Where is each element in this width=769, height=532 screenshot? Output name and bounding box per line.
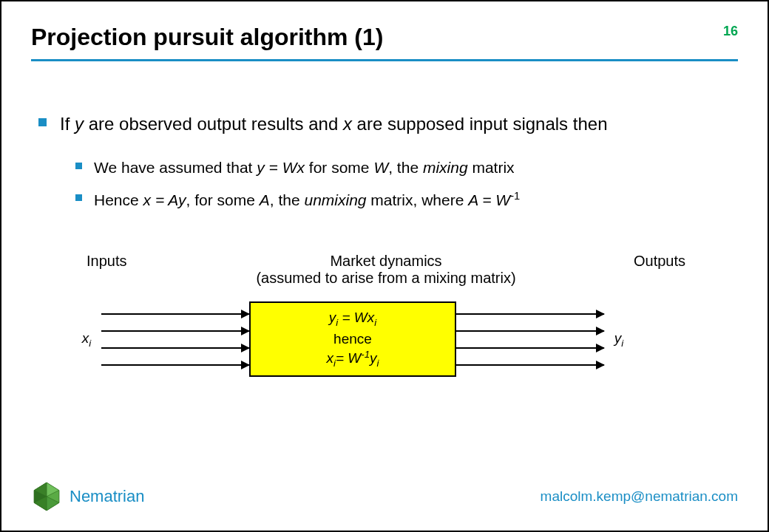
text-run: are observed output results and <box>84 114 343 134</box>
superscript: -1 <box>361 349 370 360</box>
slide-title: Projection pursuit algorithm (1) <box>31 24 738 51</box>
title-rule <box>31 59 738 61</box>
brand-name: Nematrian <box>70 487 144 506</box>
mid-label-line1: Market dynamics <box>190 253 582 270</box>
text-run: Hence <box>94 191 143 208</box>
text-run: , the <box>270 191 305 208</box>
arrow-icon <box>456 330 604 332</box>
box-hence: hence <box>333 330 372 349</box>
arrow-icon <box>456 347 604 349</box>
arrow-icon <box>101 364 249 366</box>
diagram: Inputs Market dynamics (assumed to arise… <box>72 253 700 377</box>
var-A: A <box>260 191 270 208</box>
equation: A = W <box>468 191 510 208</box>
bullet1-text: If y are observed output results and x a… <box>60 112 607 135</box>
subscript: i <box>621 337 623 348</box>
arrow-icon <box>101 347 249 349</box>
term-unmixing: unmixing <box>304 191 366 208</box>
input-variable: xi <box>72 330 101 349</box>
subscript: i <box>377 358 379 369</box>
diagram-row: xi yi = Wxi hence xi= W-1yi <box>72 301 700 377</box>
bullet-level2: We have assumed that y = Wx for some W, … <box>75 157 731 177</box>
var-W: W <box>373 159 388 176</box>
var-x: x <box>343 114 352 134</box>
slide: Projection pursuit algorithm (1) 16 If y… <box>0 0 769 532</box>
var-y: y <box>329 310 336 325</box>
bullet3-text: Hence x = Ay, for some A, the unmixing m… <box>94 189 520 210</box>
mid-label: Market dynamics (assumed to arise from a… <box>190 253 582 287</box>
subscript: i <box>374 317 376 328</box>
box-equation-1: yi = Wxi <box>329 308 377 330</box>
text-run: , for some <box>186 191 260 208</box>
var-y: y <box>614 330 622 346</box>
text-run: = W <box>336 350 361 366</box>
arrow-icon <box>456 313 604 315</box>
text-run: -1 <box>510 190 520 202</box>
logo-icon <box>31 481 62 512</box>
text-run: We have assumed that <box>94 159 257 176</box>
brand: Nematrian <box>31 481 144 512</box>
text-run: = Wx <box>338 310 374 325</box>
bullet-level2: Hence x = Ay, for some A, the unmixing m… <box>75 189 731 210</box>
text-run: matrix <box>468 159 515 176</box>
input-arrows <box>101 306 249 372</box>
var-x: x <box>82 330 89 346</box>
var-y: y <box>75 114 84 134</box>
box-equation-2: xi= W-1yi <box>326 348 379 370</box>
inputs-label: Inputs <box>72 253 190 270</box>
bullet-square-icon <box>75 163 82 169</box>
arrow-icon <box>101 330 249 332</box>
mixing-box: yi = Wxi hence xi= W-1yi <box>249 301 456 377</box>
subscript: i <box>89 337 91 348</box>
bullet-square-icon <box>75 194 82 201</box>
equation: x = Ay <box>143 191 186 208</box>
var-y: y <box>370 350 377 366</box>
text-run: for some <box>305 159 373 176</box>
term-mixing: mixing <box>423 159 468 176</box>
diagram-labels: Inputs Market dynamics (assumed to arise… <box>72 253 700 287</box>
output-arrows <box>456 306 604 372</box>
footer-email: malcolm.kemp@nematrian.com <box>541 488 738 505</box>
text-run: , the <box>388 159 423 176</box>
output-variable: yi <box>604 330 634 349</box>
text-run: If <box>60 114 75 134</box>
arrow-icon <box>101 313 249 315</box>
text-run: matrix, where <box>367 191 469 208</box>
var-x: x <box>326 350 333 366</box>
equation: y = Wx <box>257 159 305 176</box>
superscript: -1 <box>510 190 520 202</box>
bullet2-text: We have assumed that y = Wx for some W, … <box>94 157 515 177</box>
content-area: If y are observed output results and x a… <box>38 112 731 222</box>
mid-label-line2: (assumed to arise from a mixing matrix) <box>190 270 582 287</box>
outputs-label: Outputs <box>582 253 700 270</box>
header: Projection pursuit algorithm (1) <box>31 24 738 51</box>
bullet-level1: If y are observed output results and x a… <box>38 112 731 135</box>
text-run: are supposed input signals then <box>352 114 608 134</box>
arrow-icon <box>456 364 604 366</box>
slide-number: 16 <box>723 24 738 39</box>
footer: Nematrian malcolm.kemp@nematrian.com <box>31 481 738 512</box>
bullet-square-icon <box>38 118 47 126</box>
